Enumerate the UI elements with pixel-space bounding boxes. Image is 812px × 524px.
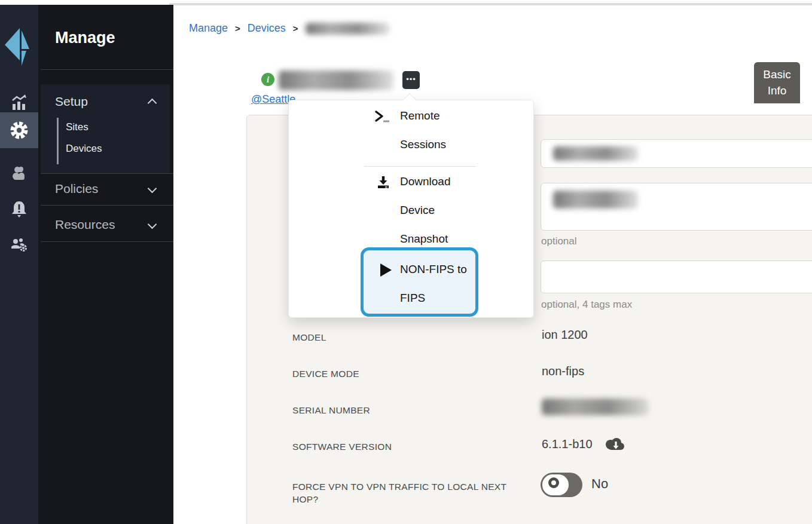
name-value-redacted: [553, 146, 638, 161]
active-section-indicator: [57, 118, 59, 164]
page: Manage Setup Sites Devices Policies Reso…: [0, 0, 812, 524]
user-admin-icon: [10, 237, 29, 253]
manage-nav[interactable]: [0, 112, 38, 148]
model-value: ion 1200: [542, 328, 588, 342]
analytics-icon: [10, 94, 28, 112]
breadcrumb-manage[interactable]: Manage: [189, 22, 228, 35]
force-vpn-label: FORCE VPN TO VPN TRAFFIC TO LOCAL NEXT H…: [292, 480, 520, 505]
chevron-up-icon[interactable]: [149, 97, 155, 104]
menu-divider: [364, 166, 476, 167]
top-divider: [169, 3, 812, 5]
divider: [41, 241, 173, 242]
device-mode-value: non-fips: [542, 364, 584, 378]
name-input[interactable]: [541, 139, 812, 168]
software-version-label: SOFTWARE VERSION: [292, 440, 520, 453]
cloud-download-icon[interactable]: [603, 437, 626, 453]
sidebar-item-resources-label: Resources: [55, 217, 115, 232]
divider: [41, 205, 173, 206]
description-input[interactable]: [541, 183, 812, 231]
chevron-down-icon: [149, 222, 155, 228]
description-hint: optional: [541, 235, 577, 247]
cloud-nav[interactable]: [0, 155, 38, 191]
cloud-icon: [10, 165, 29, 182]
menu-item-remote-sessions[interactable]: Remote Sessions: [374, 102, 467, 159]
serial-number-label: SERIAL NUMBER: [292, 404, 520, 416]
toggle-knob-ring: [548, 477, 559, 488]
sidebar-item-policies-label: Policies: [55, 182, 98, 196]
device-actions-menu: Remote Sessions Download Device Snapshot…: [288, 100, 534, 318]
breadcrumb-devices[interactable]: Devices: [248, 22, 286, 35]
menu-item-download-snapshot[interactable]: Download Device Snapshot: [374, 167, 467, 253]
sidebar-item-policies[interactable]: Policies: [41, 174, 170, 205]
chevron-down-icon: [149, 186, 155, 192]
tab-basic-info[interactable]: Basic Info: [754, 62, 800, 103]
play-icon: [379, 263, 392, 277]
alerts-nav[interactable]: [0, 191, 38, 227]
breadcrumb: Manage > Devices >: [189, 22, 389, 35]
download-icon: [376, 176, 390, 190]
menu-item-nonfips-to-fips[interactable]: NON-FIPS to FIPS: [361, 247, 478, 317]
device-mode-label: DEVICE MODE: [292, 367, 520, 380]
user-admin-nav[interactable]: [0, 227, 38, 263]
tags-hint: optional, 4 tags max: [541, 299, 632, 311]
info-icon[interactable]: i: [261, 73, 274, 86]
brand-logo-icon: [4, 23, 35, 69]
sidebar-item-sites[interactable]: Sites: [66, 121, 88, 133]
sidebar: Manage Setup Sites Devices Policies Reso…: [38, 5, 173, 524]
serial-number-redacted: [542, 399, 648, 415]
divider: [41, 69, 173, 70]
gear-icon: [10, 121, 29, 140]
menu-item-label: NON-FIPS to FIPS: [400, 255, 467, 312]
software-version-value: 6.1.1-b10: [542, 437, 593, 451]
force-vpn-toggle[interactable]: [541, 473, 582, 497]
force-vpn-value: No: [591, 476, 608, 492]
menu-item-label: Remote Sessions: [400, 102, 467, 159]
breadcrumb-separator: >: [235, 23, 240, 33]
sidebar-item-resources[interactable]: Resources: [41, 210, 170, 241]
sidebar-section-setup: Setup Sites Devices: [41, 84, 170, 174]
device-actions-button[interactable]: •••: [402, 71, 420, 89]
tags-input[interactable]: [541, 261, 812, 293]
icon-rail: [0, 5, 38, 524]
sidebar-item-devices[interactable]: Devices: [66, 143, 102, 155]
device-name-redacted: [279, 71, 393, 90]
sidebar-item-setup[interactable]: Setup: [55, 94, 88, 109]
description-value-redacted: [553, 191, 638, 209]
sidebar-title: Manage: [55, 29, 115, 47]
menu-item-label: Download Device Snapshot: [400, 167, 467, 253]
breadcrumb-current-redacted: [306, 23, 389, 35]
alerts-icon: [10, 200, 28, 219]
terminal-icon: [374, 110, 391, 124]
model-label: MODEL: [292, 331, 520, 344]
breadcrumb-separator: >: [293, 23, 298, 33]
